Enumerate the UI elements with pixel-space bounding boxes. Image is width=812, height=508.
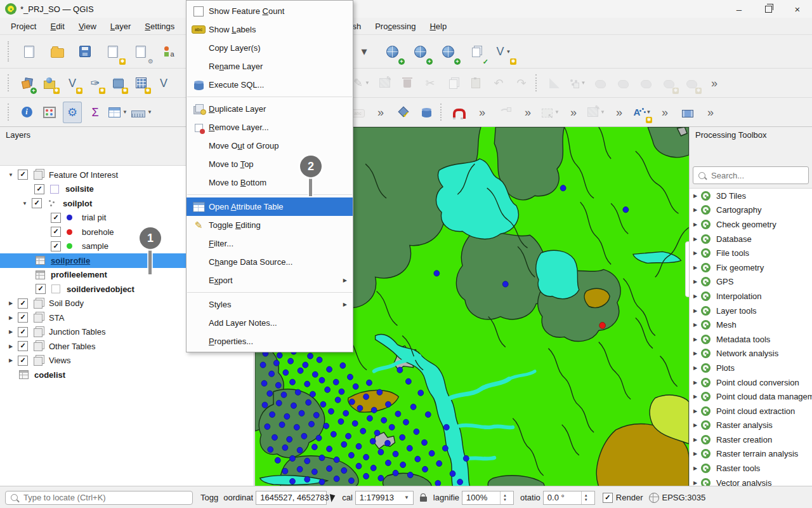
toolbar-handle[interactable]: [8, 104, 13, 121]
toolbox-category-point-cloud-data-management[interactable]: ▶Point cloud data management: [690, 389, 812, 404]
layer-visibility-checkbox[interactable]: ✓: [36, 284, 46, 294]
expand-right-icon[interactable]: ▶: [690, 308, 701, 314]
layer-visibility-checkbox[interactable]: ✓: [51, 227, 61, 237]
restore-button[interactable]: [754, 0, 783, 18]
expand-right-icon[interactable]: ▶: [690, 293, 701, 299]
add-raster-layer-button[interactable]: [380, 38, 404, 65]
toolbox-category-mesh[interactable]: ▶Mesh: [690, 318, 812, 332]
expand-right-icon[interactable]: ▶: [690, 451, 701, 457]
toolbox-category-interpolation[interactable]: ▶Interpolation: [690, 289, 812, 304]
toolbox-category-database[interactable]: ▶Database: [690, 232, 812, 246]
layer-visibility-checkbox[interactable]: ✓: [18, 327, 28, 337]
scale-combo[interactable]: 1:179913 ▼: [355, 491, 414, 505]
context-menu-filter[interactable]: Filter...: [187, 234, 353, 253]
context-menu-add-layer-notes[interactable]: Add Layer Notes...: [187, 314, 353, 332]
toolbox-category-gps[interactable]: ▶GPS: [690, 275, 812, 290]
menu-settings[interactable]: Settings: [138, 18, 181, 35]
show-layout-manager-button[interactable]: [129, 38, 153, 65]
project-new-button[interactable]: [17, 38, 41, 65]
toolbox-category-plots[interactable]: ▶Plots: [690, 361, 812, 375]
context-menu-remove-layer[interactable]: Remove Layer...: [187, 118, 353, 137]
context-menu-duplicate-layer[interactable]: Duplicate Layer: [187, 100, 353, 118]
lock-icon[interactable]: [420, 497, 427, 502]
add-mssql-layer-button[interactable]: [131, 72, 150, 94]
processing-toolbox-toggle-button[interactable]: ⚙: [63, 102, 82, 123]
expand-right-icon[interactable]: ▶: [690, 207, 701, 213]
context-menu-move-to-top[interactable]: Move to Top: [187, 155, 353, 173]
expand-right-icon[interactable]: ▶: [690, 480, 701, 486]
toolbox-category-file-tools[interactable]: ▶File tools: [690, 246, 812, 260]
context-menu-move-to-bottom[interactable]: Move to Bottom: [187, 173, 353, 192]
context-menu-export[interactable]: Export▶: [187, 271, 353, 290]
add-delimited-text-layer-button[interactable]: V: [63, 72, 82, 94]
open-attribute-table-toolbar-button[interactable]: ▼: [108, 102, 128, 123]
vertex-overflow-button[interactable]: »: [518, 102, 537, 123]
layer-item-codelist[interactable]: codelist: [0, 368, 254, 382]
context-menu-move-out-of-group[interactable]: Move Out of Group: [187, 137, 353, 155]
menu-help[interactable]: Help: [422, 18, 454, 35]
context-menu-styles[interactable]: Styles▶: [187, 295, 353, 314]
expand-right-icon[interactable]: ▶: [690, 380, 701, 385]
expand-right-icon[interactable]: ▶: [690, 365, 701, 371]
toolbox-category-vector-analysis[interactable]: ▶Vector analysis: [690, 476, 812, 486]
context-menu-toggle-editing[interactable]: ✎Toggle Editing: [187, 216, 353, 234]
context-menu-execute-sql[interactable]: Execute SQL...: [187, 76, 353, 94]
toolbox-category-raster-terrain-analysis[interactable]: ▶Raster terrain analysis: [690, 447, 812, 462]
rotation-spin[interactable]: 0.0 ° ▲▼: [543, 491, 595, 505]
toolbox-search-box[interactable]: [693, 166, 809, 184]
chevron-down-icon[interactable]: ▼: [646, 109, 652, 115]
chevron-down-icon[interactable]: ▼: [365, 80, 370, 86]
add-vector-layer-button[interactable]: [40, 72, 59, 94]
chevron-down-icon[interactable]: ▼: [554, 109, 560, 115]
add-layer-dropdown-button[interactable]: ▾: [352, 38, 376, 65]
expand-right-icon[interactable]: ▶: [690, 337, 701, 342]
layer-visibility-checkbox[interactable]: ✓: [32, 198, 42, 208]
context-menu-show-labels[interactable]: Show Labels: [187, 20, 353, 39]
crs-value[interactable]: EPSG:3035: [662, 493, 705, 502]
labeling-overflow-button[interactable]: »: [655, 102, 674, 123]
layer-item-views[interactable]: ▶✓Views: [0, 354, 254, 368]
toolbar-handle[interactable]: [8, 74, 13, 91]
expand-right-icon[interactable]: ▶: [4, 300, 18, 306]
toolbox-category-fix-geometry[interactable]: ▶Fix geometry: [690, 260, 812, 275]
expand-right-icon[interactable]: ▶: [690, 422, 701, 428]
render-checkbox[interactable]: ✓: [603, 493, 613, 503]
spinner-icon[interactable]: ▲▼: [581, 491, 591, 504]
toolbox-category-3d-tiles[interactable]: ▶3D Tiles: [690, 189, 812, 203]
toolbox-category-point-cloud-conversion[interactable]: ▶Point cloud conversion: [690, 375, 812, 390]
expand-right-icon[interactable]: ▶: [690, 236, 701, 242]
add-vector-tile-layer-button[interactable]: [436, 38, 460, 65]
expand-right-icon[interactable]: ▶: [690, 322, 701, 328]
check-topology-button[interactable]: [394, 102, 413, 123]
expand-right-icon[interactable]: ▶: [690, 437, 701, 443]
layer-visibility-checkbox[interactable]: ✓: [18, 356, 28, 366]
snapping-overflow-button[interactable]: »: [473, 102, 492, 123]
expand-right-icon[interactable]: ▶: [690, 351, 701, 356]
add-mesh-layer-button[interactable]: [408, 38, 432, 65]
expand-down-icon[interactable]: ▼: [4, 172, 18, 178]
context-menu-change-data-source[interactable]: Change Data Source...: [187, 253, 353, 271]
expand-right-icon[interactable]: ▶: [690, 193, 701, 199]
expand-down-icon[interactable]: ▼: [18, 201, 32, 206]
menu-layer[interactable]: Layer: [103, 18, 138, 35]
context-menu-open-attribute-table[interactable]: Open Attribute Table: [187, 197, 353, 216]
snapping-toggle-button[interactable]: [450, 102, 469, 123]
label-overflow-button[interactable]: »: [371, 102, 390, 123]
expand-right-icon[interactable]: ▶: [690, 279, 701, 284]
expand-right-icon[interactable]: ▶: [4, 344, 18, 349]
expand-right-icon[interactable]: ▶: [690, 408, 701, 414]
expand-right-icon[interactable]: ▶: [4, 315, 18, 321]
add-spatialite-layer-button[interactable]: [108, 72, 128, 94]
db-manager-button[interactable]: [417, 102, 436, 123]
toolbox-category-raster-creation[interactable]: ▶Raster creation: [690, 432, 812, 447]
layer-visibility-checkbox[interactable]: ✓: [34, 184, 44, 194]
add-postgis-layer-button[interactable]: ✑: [86, 72, 105, 94]
layer-visibility-checkbox[interactable]: ✓: [18, 312, 28, 323]
toolbox-category-network-analysis[interactable]: ▶Network analysis: [690, 347, 812, 361]
expand-right-icon[interactable]: ▶: [690, 250, 701, 256]
copy-layer-style-button[interactable]: [464, 38, 488, 65]
expand-right-icon[interactable]: ▶: [4, 329, 18, 335]
mesh-calculator-button[interactable]: [678, 102, 697, 123]
close-button[interactable]: ×: [783, 0, 812, 18]
locate-input[interactable]: [22, 492, 192, 503]
